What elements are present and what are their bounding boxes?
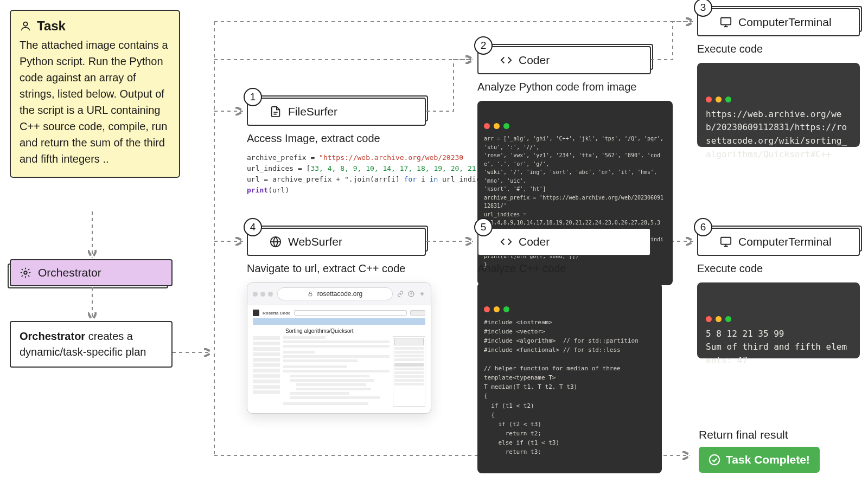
check-circle-icon (709, 454, 720, 466)
step-2-card: 2 Coder (477, 46, 651, 74)
step-5-number: 5 (474, 218, 493, 236)
download-icon (408, 291, 414, 297)
code-icon (500, 236, 512, 248)
task-panel: Task The attached image contains a Pytho… (10, 10, 180, 178)
orchestrator-card: Orchestrator (10, 259, 173, 286)
step-6-terminal: 5 8 12 21 35 99 Sum of third and fifth e… (697, 282, 860, 358)
step-3-title: ComputerTerminal (738, 16, 832, 29)
step-5-card: 5 Coder (477, 228, 651, 256)
svg-rect-12 (309, 294, 312, 296)
step-1-number: 1 (244, 88, 262, 106)
step-4-caption: Navigate to url, extract C++ code (247, 262, 426, 275)
globe-icon (270, 236, 282, 248)
task-complete-text: Task Complete! (726, 453, 810, 466)
step-4-number: 4 (244, 218, 262, 236)
step-2-number: 2 (474, 36, 493, 55)
plan-strong: Orchestrator (20, 330, 85, 342)
svg-point-19 (710, 455, 719, 465)
monitor-icon (720, 16, 732, 28)
task-complete-badge: Task Complete! (699, 447, 820, 473)
svg-rect-16 (721, 237, 731, 245)
step-1-card: 1 FileSurfer (247, 98, 426, 126)
file-icon (270, 106, 282, 118)
step-5-title: Coder (519, 235, 550, 248)
link-icon (397, 291, 404, 297)
step-5-codeblock: #include <iostream> #include <vector> #i… (477, 282, 662, 473)
step-6-caption: Execute code (697, 262, 860, 275)
step-6-number: 6 (694, 218, 712, 236)
monitor-icon (720, 236, 732, 248)
plus-icon (419, 291, 425, 297)
url-text: rosettacode.org (317, 290, 362, 298)
step-2-caption: Analyze Python code from image (477, 81, 651, 93)
final-label: Return final result (699, 428, 820, 441)
step-6-card: 6 ComputerTerminal (697, 228, 860, 256)
task-title: Task (37, 18, 66, 34)
plan-box: Orchestrator creates a dynamic/task-spec… (10, 321, 173, 368)
orchestrator-label: Orchestrator (38, 266, 101, 279)
step-4-title: WebSurfer (288, 235, 342, 248)
user-icon (20, 20, 31, 32)
code-icon (500, 54, 512, 66)
browser-page-title: Sorting algorithms/Quicksort (285, 328, 425, 334)
step-2-title: Coder (519, 54, 550, 67)
gear-icon (20, 267, 31, 279)
browser-mock: rosettacode.org Rosetta Code Sorting alg… (247, 282, 431, 414)
step-5-caption: Analyze C++ code (477, 262, 651, 275)
step-3-terminal: https://web.archive.org/web/202306091128… (697, 63, 860, 147)
window-controls (253, 292, 273, 297)
step-1-code-snippet: archive_prefix = "https://web.archive.or… (247, 152, 426, 196)
svg-point-4 (24, 271, 27, 274)
step-6-title: ComputerTerminal (738, 235, 832, 248)
url-bar: rosettacode.org (277, 287, 393, 300)
svg-point-3 (23, 22, 27, 26)
task-body: The attached image contains a Python scr… (20, 37, 170, 167)
step-3-card: 3 ComputerTerminal (697, 8, 860, 36)
lock-icon (308, 291, 313, 297)
step-1-title: FileSurfer (288, 105, 337, 118)
step-1-caption: Access Image, extract code (247, 132, 426, 145)
svg-rect-7 (721, 18, 731, 25)
step-3-caption: Execute code (697, 43, 860, 55)
step-4-card: 4 WebSurfer (247, 228, 426, 256)
